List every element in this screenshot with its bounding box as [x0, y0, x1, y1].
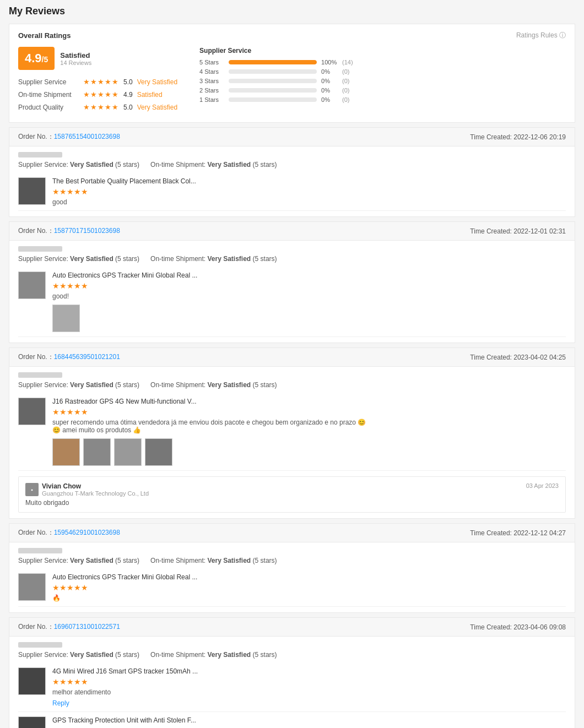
bar-label: 2 Stars [199, 87, 224, 94]
metric-stars: ★★★★★ [83, 78, 119, 86]
order-body: Supplier Service: Very Satisfied (5 star… [9, 146, 575, 216]
metric-label: On-time Shipment [18, 91, 79, 99]
review-image-thumb [114, 438, 142, 466]
shipment-tag: On-time Shipment: Very Satisfied (5 star… [150, 255, 277, 263]
order-no-link[interactable]: 159546291001023698 [54, 529, 120, 536]
replier-avatar: ▪ [25, 483, 39, 496]
time-created: Time Created: 2022-12-06 20:19 [470, 133, 566, 141]
order-section: Order No.：158765154001023698 Time Create… [9, 127, 575, 217]
order-body: Supplier Service: Very Satisfied (5 star… [9, 241, 575, 343]
bar-track [229, 97, 317, 102]
shipment-tag: On-time Shipment: Very Satisfied (5 star… [150, 651, 277, 659]
order-no-label: Order No.：159546291001023698 [18, 528, 120, 537]
service-tags: Supplier Service: Very Satisfied (5 star… [18, 255, 566, 263]
overall-score: 4.9/5 [18, 47, 55, 70]
product-review: GPS Tracking Protection Unit with Anti S… [18, 712, 566, 728]
replier-name: Vivian Chow [42, 482, 149, 490]
bar-count: (0) [342, 87, 349, 94]
shipment-tag: On-time Shipment: Very Satisfied (5 star… [150, 381, 277, 389]
metric-label: Supplier Service [18, 78, 79, 86]
service-tags: Supplier Service: Very Satisfied (5 star… [18, 651, 566, 659]
order-no-label: Order No.：169607131001022571 [18, 622, 120, 632]
order-no-label: Order No.：158765154001023698 [18, 132, 120, 142]
product-comment: good! [52, 292, 566, 300]
product-info: J16 Rastreador GPS 4G New Multi-function… [52, 398, 566, 466]
seller-name [18, 548, 62, 553]
shipment-tag: On-time Shipment: Very Satisfied (5 star… [150, 161, 277, 169]
bar-fill [229, 60, 317, 64]
shipment-tag: On-time Shipment: Very Satisfied (5 star… [150, 557, 277, 564]
product-name: Auto Electronics GPS Tracker Mini Global… [52, 271, 566, 279]
bar-row: 5 Stars 100% (14) [199, 59, 566, 66]
order-no-link[interactable]: 169607131001022571 [54, 623, 120, 631]
supplier-service-tag: Supplier Service: Very Satisfied (5 star… [18, 161, 139, 169]
bar-row: 2 Stars 0% (0) [199, 87, 566, 94]
product-name: GPS Tracking Protection Unit with Anti S… [52, 716, 566, 724]
product-name: 4G Mini Wired J16 Smart GPS tracker 150m… [52, 667, 566, 675]
bars-container: 5 Stars 100% (14) 4 Stars 0% (0) 3 Stars… [199, 59, 566, 103]
metric-score: 5.0 [123, 78, 133, 86]
seller-info-bar [18, 372, 566, 378]
supplier-service-tag: Supplier Service: Very Satisfied (5 star… [18, 557, 139, 564]
metric-level: Very Satisfied [137, 78, 177, 86]
metric-stars: ★★★★★ [83, 103, 119, 111]
product-info: Auto Electronics GPS Tracker Mini Global… [52, 573, 566, 602]
bar-row: 4 Stars 0% (0) [199, 68, 566, 75]
review-images [52, 438, 566, 466]
reply-box: ▪ Vivian Chow Guangzhou T-Mark Technolog… [18, 476, 566, 513]
order-header: Order No.：158770171501023698 Time Create… [9, 222, 575, 241]
product-stars: ★★★★★ [52, 677, 566, 686]
order-no-link[interactable]: 158765154001023698 [54, 133, 120, 140]
seller-info-bar [18, 152, 566, 157]
product-thumb [18, 398, 46, 425]
product-stars: ★★★★★ [52, 187, 566, 196]
product-review: Auto Electronics GPS Tracker Mini Global… [18, 267, 566, 337]
product-review: Auto Electronics GPS Tracker Mini Global… [18, 569, 566, 607]
bar-count: (0) [342, 78, 349, 84]
metric-row: Supplier Service ★★★★★ 5.0 Very Satisfie… [18, 78, 177, 86]
metrics-container: Supplier Service ★★★★★ 5.0 Very Satisfie… [18, 78, 177, 111]
order-section: Order No.：169607131001022571 Time Create… [9, 617, 575, 728]
order-no-link[interactable]: 168445639501021201 [54, 353, 120, 361]
supplier-service-tag: Supplier Service: Very Satisfied (5 star… [18, 255, 139, 263]
order-body: Supplier Service: Very Satisfied (5 star… [9, 542, 575, 612]
metric-score: 4.9 [123, 91, 133, 99]
bar-track [229, 60, 317, 64]
order-header: Order No.：158765154001023698 Time Create… [9, 128, 575, 146]
order-no-link[interactable]: 158770171501023698 [54, 227, 120, 235]
bar-label: 3 Stars [199, 78, 224, 84]
metric-level: Very Satisfied [137, 104, 177, 111]
product-name: Auto Electronics GPS Tracker Mini Global… [52, 573, 566, 581]
page-title: My Reviews [9, 6, 575, 17]
product-comment: super recomendo uma ótima vendedora já m… [52, 419, 566, 434]
product-info: The Best Portable Quality Placement Blac… [52, 177, 566, 206]
supplier-service-tag: Supplier Service: Very Satisfied (5 star… [18, 381, 139, 389]
reply-link[interactable]: Reply [52, 699, 69, 707]
metric-label: Product Quality [18, 104, 79, 111]
seller-name [18, 152, 62, 157]
product-name: The Best Portable Quality Placement Blac… [52, 177, 566, 185]
review-image-thumb [52, 438, 80, 466]
time-created: Time Created: 2023-04-02 04:25 [470, 354, 566, 361]
product-review: 4G Mini Wired J16 Smart GPS tracker 150m… [18, 663, 566, 712]
time-created: Time Created: 2022-12-12 04:27 [470, 529, 566, 537]
metric-score: 5.0 [123, 104, 133, 111]
order-no-label: Order No.：158770171501023698 [18, 226, 120, 236]
supplier-service-tag: Supplier Service: Very Satisfied (5 star… [18, 651, 139, 659]
overall-ratings-section: Overall Ratings Ratings Rules ⓘ 4.9/5 Sa… [9, 24, 575, 123]
product-info: GPS Tracking Protection Unit with Anti S… [52, 716, 566, 728]
review-image-thumb [83, 438, 111, 466]
metric-level: Satisfied [137, 91, 163, 99]
order-header: Order No.：169607131001022571 Time Create… [9, 618, 575, 637]
bar-row: 3 Stars 0% (0) [199, 78, 566, 84]
bar-label: 5 Stars [199, 59, 224, 66]
product-thumb [18, 667, 46, 695]
bar-track [229, 88, 317, 93]
time-created: Time Created: 2023-04-06 09:08 [470, 623, 566, 631]
orders-container: Order No.：158765154001023698 Time Create… [9, 127, 575, 728]
bar-count: (0) [342, 68, 349, 75]
order-no-label: Order No.：168445639501021201 [18, 352, 120, 362]
ratings-rules-link[interactable]: Ratings Rules ⓘ [516, 31, 566, 40]
product-stars: ★★★★★ [52, 281, 566, 290]
service-tags: Supplier Service: Very Satisfied (5 star… [18, 557, 566, 564]
